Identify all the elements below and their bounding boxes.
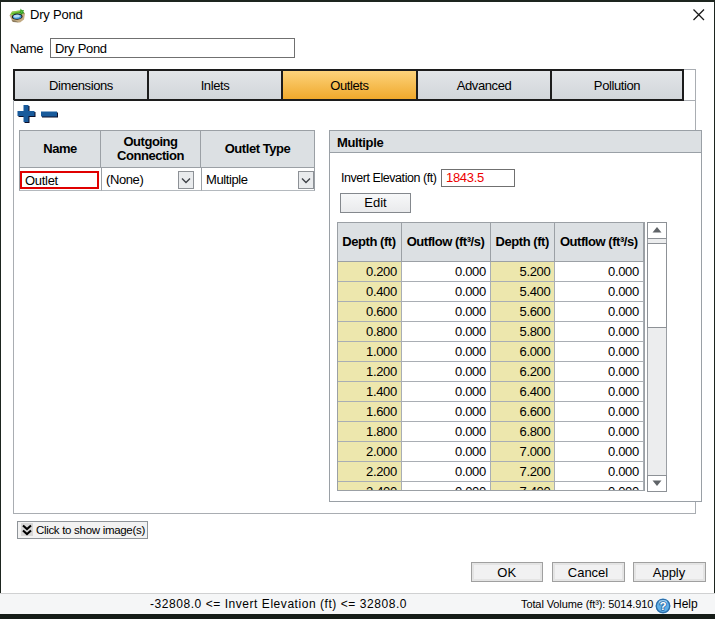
- svg-text:?: ?: [659, 600, 666, 612]
